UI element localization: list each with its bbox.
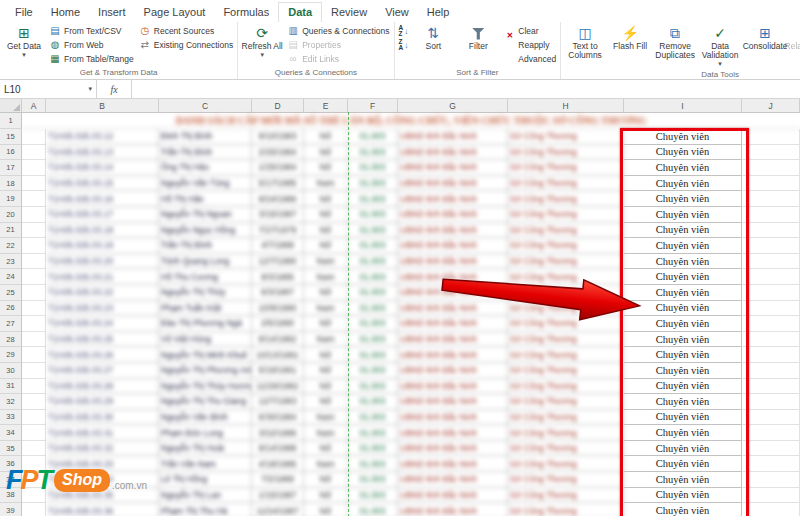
cell-code[interactable]: T2A05.025.03.21 [46, 269, 159, 285]
cell-dept[interactable]: Sở Công Thương [508, 145, 624, 161]
cell-gender[interactable]: Nữ [304, 379, 348, 395]
cell-code[interactable]: T2A05.025.03.26 [46, 347, 159, 363]
row-number[interactable]: 32 [0, 394, 22, 410]
cell-dob[interactable]: 7/27/1979 [252, 223, 304, 239]
cell-role[interactable]: Chuyên viên [624, 332, 742, 348]
cell-org[interactable]: UBND tỉnh Bắc Ninh [398, 441, 508, 457]
cell-dob[interactable]: 1/25/1984 [252, 160, 304, 176]
row-number[interactable]: 37 [0, 472, 22, 488]
cell-a[interactable] [22, 207, 46, 223]
column-header-d[interactable]: D [252, 99, 304, 112]
from-table-range-button[interactable]: ▦ From Table/Range [47, 52, 136, 66]
name-box[interactable]: L10 ▾ [0, 80, 97, 98]
row-number[interactable]: 28 [0, 332, 22, 348]
cell-gender[interactable]: Nữ [304, 503, 348, 516]
cell-code[interactable]: T2A05.025.03.14 [46, 160, 159, 176]
cell-dept[interactable]: Sở Công Thương [508, 238, 624, 254]
flash-fill-button[interactable]: ⚡ Flash Fill [608, 23, 652, 51]
cell-dept[interactable]: Sở Công Thương [508, 285, 624, 301]
cell-dob[interactable]: 6/3/1987 [252, 285, 304, 301]
cell-code[interactable]: T2A05.025.03.18 [46, 223, 159, 239]
cell-gender[interactable]: Nữ [304, 316, 348, 332]
cell-j[interactable] [742, 145, 800, 161]
cell-org[interactable]: UBND tỉnh Bắc Ninh [398, 129, 508, 145]
cell-dept[interactable]: Sở Công Thương [508, 176, 624, 192]
row-number[interactable]: 38 [0, 488, 22, 504]
cell-gender[interactable]: Nam [304, 332, 348, 348]
cell-org[interactable]: UBND tỉnh Bắc Ninh [398, 332, 508, 348]
cell-name[interactable]: Ông Thị Hảo [159, 160, 252, 176]
cell-dob[interactable]: 11/24/1987 [252, 503, 304, 516]
text-to-columns-button[interactable]: ◫ Text to Columns [563, 23, 607, 60]
cell-j[interactable] [742, 191, 800, 207]
tab-home[interactable]: Home [42, 3, 89, 22]
cell-role[interactable]: Chuyên viên [624, 269, 742, 285]
cell-gender[interactable]: Nữ [304, 145, 348, 161]
cell-code[interactable]: T2A05.025.03.20 [46, 254, 159, 270]
cell-org[interactable]: UBND tỉnh Bắc Ninh [398, 347, 508, 363]
cell-role[interactable]: Chuyên viên [624, 176, 742, 192]
cell-dob[interactable]: 8/14/1982 [252, 332, 304, 348]
cell-code[interactable]: T2A05.025.03.33 [46, 456, 159, 472]
cell-name[interactable]: Nguyễn Thị Lan [159, 488, 252, 504]
cell-name[interactable]: Trịnh Quang Long [159, 254, 252, 270]
cell-name[interactable]: Nguyễn Văn Bình [159, 410, 252, 426]
column-header-a[interactable]: A [22, 99, 46, 112]
recent-sources-button[interactable]: ◷ Recent Sources [137, 24, 235, 38]
cell-role[interactable]: Chuyên viên [624, 191, 742, 207]
row-number[interactable]: 22 [0, 238, 22, 254]
row-number[interactable]: 27 [0, 316, 22, 332]
cell-j[interactable] [742, 441, 800, 457]
cell-org[interactable]: UBND tỉnh Bắc Ninh [398, 285, 508, 301]
cell-role[interactable]: Chuyên viên [624, 410, 742, 426]
cell-org[interactable]: UBND tỉnh Bắc Ninh [398, 410, 508, 426]
cell-rank[interactable]: 01.003 [348, 191, 398, 207]
cell-rank[interactable]: 01.003 [348, 176, 398, 192]
cell-dob[interactable]: 6/30/1984 [252, 410, 304, 426]
cell-dept[interactable]: Sở Công Thương [508, 316, 624, 332]
cell-code[interactable]: T2A05.025.03.15 [46, 176, 159, 192]
cell-dept[interactable]: Sở Công Thương [508, 269, 624, 285]
cell-dept[interactable]: Sở Công Thương [508, 363, 624, 379]
cell-a[interactable] [22, 503, 46, 516]
row-number[interactable]: 23 [0, 254, 22, 270]
formula-input[interactable] [132, 80, 800, 98]
cell-rank[interactable]: 01.003 [348, 441, 398, 457]
cell-role[interactable]: Chuyên viên [624, 394, 742, 410]
cell-dob[interactable]: 9/14/1988 [252, 441, 304, 457]
cell-rank[interactable]: 01.003 [348, 301, 398, 317]
column-header-c[interactable]: C [159, 99, 252, 112]
cell-name[interactable]: Hồ Thu Cương [159, 269, 252, 285]
cell-role[interactable]: Chuyên viên [624, 379, 742, 395]
column-header-g[interactable]: G [398, 99, 508, 112]
cell-org[interactable]: UBND tỉnh Bắc Ninh [398, 425, 508, 441]
cell-a[interactable] [22, 394, 46, 410]
cell-dob[interactable]: 3/22/1986 [252, 425, 304, 441]
cell-name[interactable]: Phạm Đức Long [159, 425, 252, 441]
cell-org[interactable]: UBND tỉnh Bắc Ninh [398, 254, 508, 270]
row-number[interactable]: 19 [0, 191, 22, 207]
cell-name[interactable]: Đào Thị Phương Ngà [159, 316, 252, 332]
cell-gender[interactable]: Nam [304, 176, 348, 192]
cell-rank[interactable]: 01.003 [348, 332, 398, 348]
cell-a[interactable] [22, 441, 46, 457]
cell-dept[interactable]: Sở Công Thương [508, 456, 624, 472]
cell-a[interactable] [22, 379, 46, 395]
from-web-button[interactable]: ◍ From Web [47, 38, 136, 52]
cell-code[interactable]: T2A05.025.03.34 [46, 472, 159, 488]
cell-dept[interactable]: Sở Công Thương [508, 347, 624, 363]
cell-j[interactable] [742, 363, 800, 379]
cell-role[interactable]: Chuyên viên [624, 316, 742, 332]
cell-gender[interactable]: Nam [304, 425, 348, 441]
cell-org[interactable]: UBND tỉnh Bắc Ninh [398, 363, 508, 379]
tab-data[interactable]: Data [278, 2, 322, 22]
cell-gender[interactable]: Nữ [304, 223, 348, 239]
cell-dob[interactable]: 12/7/1980 [252, 254, 304, 270]
cell-dob[interactable]: 9/24/1986 [252, 191, 304, 207]
cell-gender[interactable]: Nam [304, 269, 348, 285]
cell-gender[interactable]: Nữ [304, 363, 348, 379]
cell-a[interactable] [22, 191, 46, 207]
cell-dob[interactable]: 10/13/1991 [252, 347, 304, 363]
cell-dob[interactable]: 4/18/1985 [252, 456, 304, 472]
cell-rank[interactable]: 01.003 [348, 129, 398, 145]
